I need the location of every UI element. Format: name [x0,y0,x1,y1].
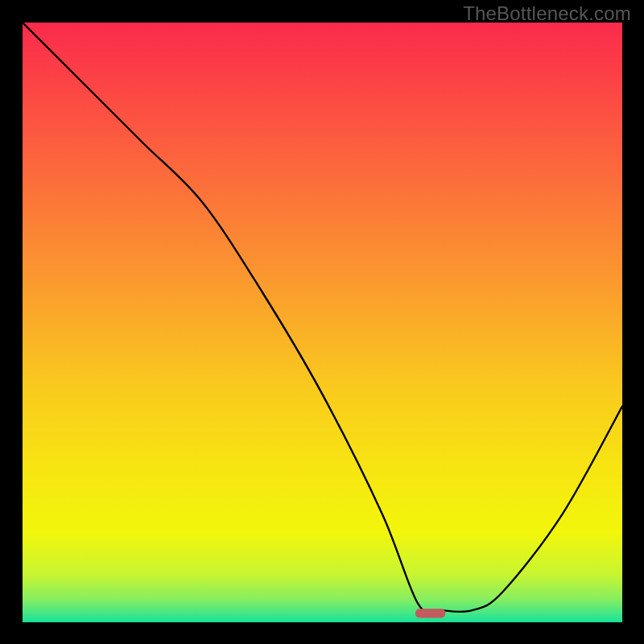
bottleneck-plot [23,23,622,622]
plot-svg [23,23,622,622]
optimal-marker [415,609,445,617]
watermark-label: TheBottleneck.com [463,2,631,25]
chart-frame: TheBottleneck.com [0,0,644,644]
